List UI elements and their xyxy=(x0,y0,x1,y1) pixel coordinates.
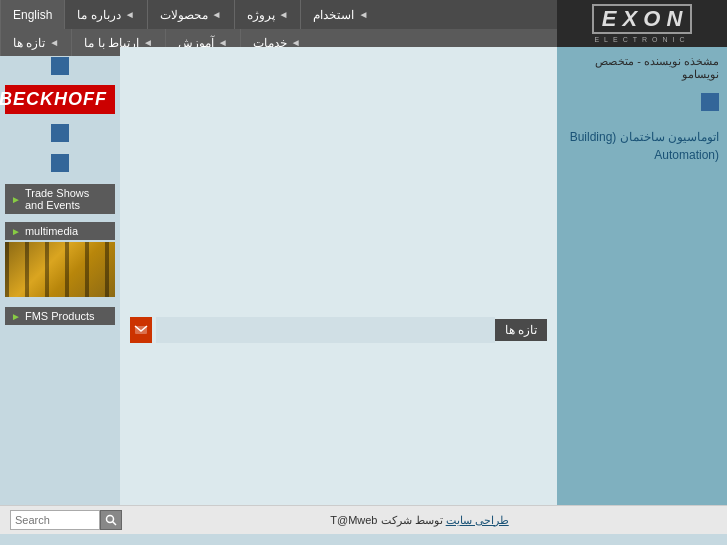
arrow-icon: ◄ xyxy=(212,9,222,20)
top-nav: English ◄ درباره ما ◄ محصولات ◄ پروژه ◄ … xyxy=(0,0,557,29)
tazeh-button[interactable]: تازه ها xyxy=(495,319,547,341)
main-layout: مشخذه نویسنده - متخصص نویسامو اتوماسیون … xyxy=(0,47,727,505)
multimedia-thumb[interactable] xyxy=(5,242,115,297)
left-sidebar: مشخذه نویسنده - متخصص نویسامو اتوماسیون … xyxy=(557,47,727,505)
logo-box: E X O N xyxy=(592,4,693,34)
footer-link[interactable]: طراحی سایت xyxy=(446,514,509,526)
triangle-icon: ► xyxy=(11,226,21,237)
right-icon-top xyxy=(51,57,69,75)
arrow-icon: ◄ xyxy=(49,37,59,48)
nav-recruitment[interactable]: ◄ استخدام xyxy=(300,0,380,29)
fms-section[interactable]: ► FMS Products xyxy=(5,307,115,325)
trade-shows-section[interactable]: ► Trade Shows and Events xyxy=(5,184,115,214)
nav-project[interactable]: ◄ پروژه xyxy=(234,0,301,29)
svg-line-2 xyxy=(113,522,117,526)
nav-new[interactable]: ◄ تازه ها xyxy=(0,29,71,56)
logo-text: E X O N xyxy=(602,6,683,31)
triangle-icon: ► xyxy=(11,311,21,322)
right-sidebar: BECKHOFF ► Trade Shows and Events ► mult… xyxy=(0,47,120,505)
tazeh-row: تازه ها xyxy=(130,317,547,343)
right-icon-mid2 xyxy=(51,154,69,172)
footer-credit-text: توسط شرکت T@Mweb xyxy=(330,514,442,526)
footer: طراحی سایت توسط شرکت T@Mweb xyxy=(0,505,727,534)
nav-english[interactable]: English xyxy=(0,0,64,29)
arrow-icon: ◄ xyxy=(279,9,289,20)
header: E X O N ELECTRONIC English ◄ درباره ما ◄… xyxy=(0,0,727,47)
center-content: تازه ها xyxy=(120,47,557,505)
tazeh-input[interactable] xyxy=(156,317,495,343)
triangle-icon: ► xyxy=(11,194,21,205)
search-button[interactable] xyxy=(100,510,122,530)
arrow-icon: ◄ xyxy=(125,9,135,20)
sidebar-icon xyxy=(701,93,719,111)
film-strip-image xyxy=(5,242,115,297)
search-input[interactable] xyxy=(10,510,100,530)
multimedia-section[interactable]: ► multimedia xyxy=(5,222,115,240)
sidebar-header: مشخذه نویسنده - متخصص نویسامو xyxy=(565,55,719,81)
logo-sub: ELECTRONIC xyxy=(594,36,689,43)
arrow-icon: ◄ xyxy=(358,9,368,20)
logo-area: E X O N ELECTRONIC xyxy=(557,0,727,47)
sidebar-link[interactable]: اتوماسیون ساختمان (Building (Automation xyxy=(565,128,719,164)
nav-products[interactable]: ◄ محصولات xyxy=(147,0,234,29)
nav-area: English ◄ درباره ما ◄ محصولات ◄ پروژه ◄ … xyxy=(0,0,557,47)
footer-credit: طراحی سایت توسط شرکت T@Mweb xyxy=(122,514,717,527)
beckhoff-logo: BECKHOFF xyxy=(5,85,115,114)
right-icon-mid xyxy=(51,124,69,142)
nav-about[interactable]: ◄ درباره ما xyxy=(64,0,146,29)
svg-point-1 xyxy=(107,516,114,523)
tazeh-icon xyxy=(130,317,152,343)
